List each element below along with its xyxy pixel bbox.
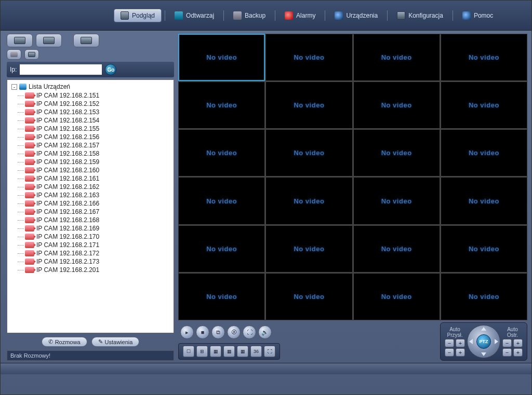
device-tree-item[interactable]: IP CAM 192.168.2.201 [25, 266, 174, 274]
audio-button[interactable]: 🔊 [258, 325, 272, 339]
aux-plus-button[interactable]: + [513, 348, 523, 357]
toolbar-backup-button[interactable]: Backup [227, 9, 272, 22]
video-cell[interactable]: No video [179, 130, 264, 176]
snapshot-button[interactable]: ⧉ [211, 325, 225, 339]
camera-icon [25, 151, 34, 157]
video-cell[interactable]: No video [266, 178, 352, 224]
video-cell[interactable]: No video [441, 34, 527, 80]
device-tree-item[interactable]: IP CAM 192.168.2.168 [25, 216, 174, 224]
device-tree-item[interactable]: IP CAM 192.168.2.161 [25, 174, 174, 183]
device-tree-item[interactable]: IP CAM 192.168.2.173 [25, 257, 174, 266]
device-tree-item[interactable]: IP CAM 192.168.2.159 [25, 158, 174, 166]
camera-icon [25, 126, 34, 132]
device-tree-item[interactable]: IP CAM 192.168.2.152 [25, 100, 174, 108]
monitor-group-2-button[interactable] [36, 34, 62, 47]
ip-input[interactable] [20, 64, 102, 75]
focus-far-button[interactable]: + [513, 339, 523, 347]
alarm-icon [285, 11, 293, 20]
video-cell[interactable]: No video [354, 130, 440, 176]
device-tree-item[interactable]: IP CAM 192.168.2.162 [25, 183, 174, 191]
device-tree-item[interactable]: IP CAM 192.168.2.158 [25, 149, 174, 158]
layout-36-button[interactable]: 36 [250, 346, 262, 357]
camera-icon [25, 117, 34, 124]
device-tree-item[interactable]: IP CAM 192.168.2.169 [25, 224, 174, 233]
ptz-left-button[interactable] [469, 339, 473, 344]
iris-close-button[interactable]: − [445, 348, 454, 357]
device-tree-item[interactable]: IP CAM 192.168.2.154 [25, 116, 174, 125]
fullscreen-button[interactable]: ⛶ [243, 325, 256, 339]
device-list: IP CAM 192.168.2.151IP CAM 192.168.2.152… [25, 91, 174, 274]
video-cell[interactable]: No video [354, 34, 440, 80]
video-cell[interactable]: No video [441, 130, 527, 176]
video-cell[interactable]: No video [441, 82, 527, 128]
device-tree-item[interactable]: IP CAM 192.168.2.167 [25, 208, 174, 216]
toolbar-devices-button[interactable]: Urządzenia [328, 9, 384, 22]
video-cell[interactable]: No video [179, 82, 264, 128]
layout-1-button[interactable]: ☐ [183, 346, 194, 357]
video-cell[interactable]: No video [266, 34, 352, 80]
focus-near-button[interactable]: − [502, 339, 512, 347]
toolbar-playback-button[interactable]: Odtwarzaj [168, 9, 220, 22]
device-tree-item[interactable]: IP CAM 192.168.2.160 [25, 166, 174, 174]
video-cell[interactable]: No video [354, 82, 440, 128]
video-cell[interactable]: No video [266, 130, 352, 176]
device-tree-item[interactable]: IP CAM 192.168.2.163 [25, 191, 174, 199]
toolbar-alarms-button[interactable]: Alarmy [278, 9, 322, 22]
device-tree[interactable]: - Lista Urządzeń IP CAM 192.168.2.151IP … [7, 79, 174, 333]
video-cell[interactable]: No video [266, 274, 352, 320]
zoom-in-button[interactable]: + [456, 339, 465, 347]
video-cell[interactable]: No video [179, 34, 264, 80]
video-cell[interactable]: No video [441, 226, 527, 272]
record-button[interactable]: ⦿ [227, 325, 241, 339]
view-mode-camera-button[interactable] [7, 49, 21, 60]
monitor-group-row [7, 34, 174, 47]
toolbar-config-button[interactable]: Konfiguracja [391, 9, 449, 22]
device-tree-item[interactable]: IP CAM 192.168.2.171 [25, 241, 174, 249]
video-cell[interactable]: No video [179, 226, 264, 272]
zoom-out-button[interactable]: − [445, 339, 454, 347]
device-tree-root[interactable]: - Lista Urządzeń [7, 82, 174, 91]
monitor-group-3-button[interactable] [73, 34, 99, 47]
toolbar-help-button[interactable]: Pomoc [456, 9, 499, 22]
device-tree-item[interactable]: IP CAM 192.168.2.170 [25, 233, 174, 241]
video-cell[interactable]: No video [179, 274, 264, 320]
ip-go-button[interactable]: Go [105, 64, 116, 75]
video-cell[interactable]: No video [266, 82, 352, 128]
layout-full-button[interactable]: ⛶ [264, 346, 275, 357]
ptz-center-button[interactable]: PTZ [476, 334, 491, 349]
video-cell[interactable]: No video [441, 274, 527, 320]
stop-button[interactable]: ■ [196, 325, 209, 339]
device-tree-item[interactable]: IP CAM 192.168.2.153 [25, 108, 174, 116]
video-cell[interactable]: No video [179, 178, 264, 224]
toolbar-preview-button[interactable]: Podgląd [114, 9, 162, 22]
layout-9-button[interactable]: ▦ [210, 346, 221, 357]
device-tree-item[interactable]: IP CAM 192.168.2.172 [25, 249, 174, 257]
view-mode-row [7, 49, 174, 60]
device-tree-item[interactable]: IP CAM 192.168.2.166 [25, 199, 174, 208]
video-cell[interactable]: No video [266, 226, 352, 272]
talk-status: Brak Rozmowy! [7, 350, 174, 361]
device-tree-item[interactable]: IP CAM 192.168.2.157 [25, 141, 174, 149]
iris-open-button[interactable]: + [456, 348, 465, 357]
device-tree-item[interactable]: IP CAM 192.168.2.156 [25, 133, 174, 141]
camera-icon [25, 92, 34, 99]
view-mode-monitor-button[interactable] [24, 49, 39, 60]
layout-25-button[interactable]: ▦ [237, 346, 248, 357]
talk-button[interactable]: ✆ Rozmowa [42, 337, 87, 347]
monitor-group-1-button[interactable] [7, 34, 33, 47]
ptz-right-button[interactable] [495, 339, 498, 344]
play-button[interactable]: ▸ [180, 325, 194, 339]
video-cell[interactable]: No video [354, 178, 440, 224]
device-tree-item[interactable]: IP CAM 192.168.2.155 [25, 125, 174, 133]
video-cell[interactable]: No video [441, 178, 527, 224]
ptz-up-button[interactable] [481, 327, 486, 331]
layout-16-button[interactable]: ▦ [223, 346, 235, 357]
layout-4-button[interactable]: ⊞ [196, 346, 208, 357]
device-tree-item[interactable]: IP CAM 192.168.2.151 [25, 91, 174, 100]
collapse-icon[interactable]: - [11, 84, 17, 90]
video-cell[interactable]: No video [354, 226, 440, 272]
ptz-down-button[interactable] [481, 352, 486, 356]
aux-minus-button[interactable]: − [502, 348, 512, 357]
video-cell[interactable]: No video [354, 274, 440, 320]
settings-button[interactable]: ✎ Ustawienia [91, 337, 140, 347]
